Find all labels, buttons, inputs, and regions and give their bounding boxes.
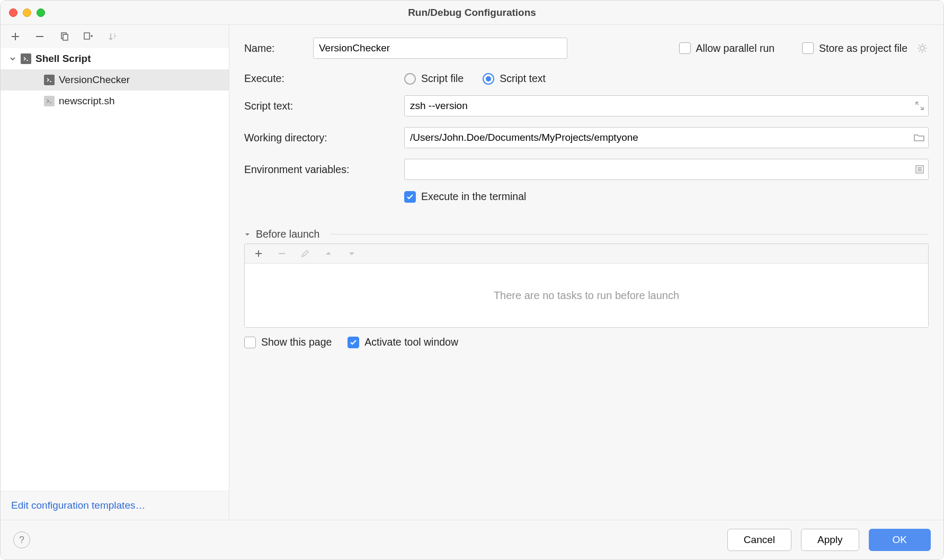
before-launch-header[interactable]: Before launch	[244, 228, 929, 240]
ok-button[interactable]: OK	[869, 529, 931, 551]
radio-icon	[483, 73, 494, 85]
name-input[interactable]	[313, 38, 567, 59]
shell-script-icon	[44, 96, 55, 106]
titlebar: Run/Debug Configurations	[1, 1, 943, 25]
move-down-button[interactable]	[345, 247, 358, 260]
checkbox-checked-icon	[348, 337, 359, 348]
radio-label: Script file	[421, 73, 464, 85]
expand-icon[interactable]	[915, 101, 924, 111]
shell-script-icon	[44, 75, 55, 85]
working-dir-label: Working directory:	[244, 132, 398, 144]
tree-root-label: Shell Script	[35, 53, 91, 65]
store-as-project-checkbox[interactable]: Store as project file	[802, 42, 907, 55]
move-up-button[interactable]	[322, 247, 335, 260]
allow-parallel-checkbox[interactable]: Allow parallel run	[679, 42, 775, 55]
edit-templates-link[interactable]: Edit configuration templates…	[11, 500, 145, 511]
folder-browse-icon[interactable]	[914, 133, 924, 142]
working-dir-input[interactable]	[404, 127, 929, 148]
radio-label: Script text	[500, 73, 546, 85]
help-button[interactable]: ?	[13, 531, 30, 548]
env-vars-label: Environment variables:	[244, 164, 398, 176]
divider	[330, 234, 929, 234]
chevron-down-icon	[9, 55, 16, 62]
checkbox-checked-icon	[404, 191, 416, 203]
apply-button[interactable]: Apply	[801, 529, 859, 551]
sidebar: Shell Script VersionChecker newscript.sh…	[1, 25, 229, 520]
execute-in-terminal-checkbox[interactable]: Execute in the terminal	[404, 191, 526, 203]
store-as-project-label: Store as project file	[819, 42, 907, 55]
env-vars-input[interactable]	[404, 159, 929, 180]
svg-point-2	[920, 46, 924, 50]
activate-tool-window-label: Activate tool window	[364, 336, 458, 348]
list-edit-icon[interactable]	[915, 165, 924, 174]
name-label: Name:	[244, 42, 307, 55]
radio-icon	[404, 73, 416, 85]
add-task-button[interactable]	[252, 247, 265, 260]
main-panel: Name: Allow parallel run Store as projec…	[229, 25, 943, 520]
cancel-button[interactable]: Cancel	[727, 529, 791, 551]
execute-script-text-radio[interactable]: Script text	[483, 73, 546, 85]
before-launch-label: Before launch	[256, 228, 319, 240]
dialog-button-row: ? Cancel Apply OK	[1, 520, 943, 559]
show-this-page-label: Show this page	[261, 336, 332, 348]
checkbox-icon	[679, 42, 691, 54]
window-title: Run/Debug Configurations	[1, 7, 943, 19]
before-launch-empty-text: There are no tasks to run before launch	[245, 264, 928, 327]
execute-script-file-radio[interactable]: Script file	[404, 73, 464, 85]
allow-parallel-label: Allow parallel run	[696, 42, 775, 55]
save-temp-config-button[interactable]	[82, 30, 95, 43]
tree-item-label: newscript.sh	[59, 95, 115, 107]
remove-config-button[interactable]	[33, 30, 46, 43]
before-launch-panel: There are no tasks to run before launch	[244, 243, 929, 328]
script-text-label: Script text:	[244, 100, 398, 112]
execute-in-terminal-label: Execute in the terminal	[421, 191, 526, 203]
chevron-down-icon	[244, 231, 251, 238]
checkbox-icon	[244, 337, 256, 348]
tree-root-shell-script[interactable]: Shell Script	[1, 48, 229, 69]
sort-configs-button[interactable]	[106, 30, 119, 43]
tree-item-versionchecker[interactable]: VersionChecker	[1, 69, 229, 91]
activate-tool-window-checkbox[interactable]: Activate tool window	[348, 336, 458, 348]
gear-icon[interactable]	[916, 42, 929, 55]
sidebar-toolbar	[1, 25, 229, 48]
shell-script-icon	[21, 53, 31, 64]
remove-task-button[interactable]	[275, 247, 288, 260]
tree-item-label: VersionChecker	[59, 74, 130, 86]
checkbox-icon	[802, 42, 814, 54]
sidebar-footer: Edit configuration templates…	[1, 491, 229, 520]
copy-config-button[interactable]	[58, 30, 70, 43]
before-launch-toolbar	[245, 244, 928, 264]
execute-label: Execute:	[244, 73, 398, 85]
svg-rect-1	[63, 34, 68, 40]
edit-task-button[interactable]	[299, 247, 311, 260]
dialog-body: Shell Script VersionChecker newscript.sh…	[1, 25, 943, 520]
dialog-window: Run/Debug Configurations	[0, 0, 944, 560]
script-text-input[interactable]	[404, 95, 929, 116]
config-tree: Shell Script VersionChecker newscript.sh	[1, 48, 229, 491]
tree-item-newscript[interactable]: newscript.sh	[1, 91, 229, 112]
show-this-page-checkbox[interactable]: Show this page	[244, 336, 332, 348]
add-config-button[interactable]	[9, 30, 22, 43]
